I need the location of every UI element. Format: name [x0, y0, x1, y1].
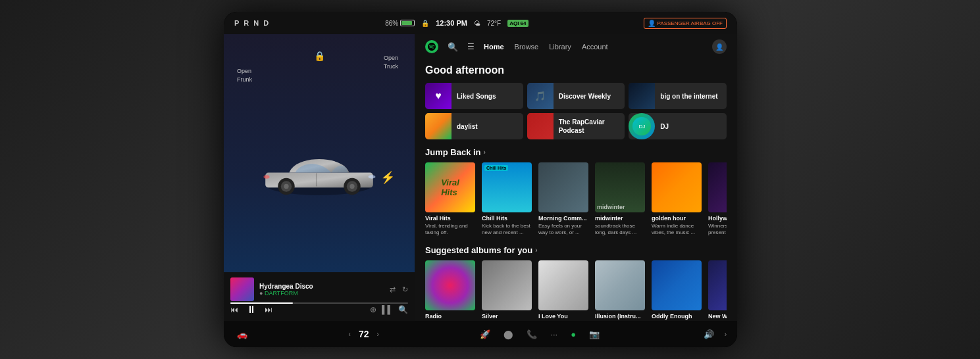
artist-label: DARTFORM — [265, 290, 298, 297]
quick-pick-daylist[interactable]: daylist — [425, 113, 523, 139]
album-art-image — [230, 277, 254, 301]
daylist-thumb — [425, 113, 451, 139]
quick-pick-rapcaviar[interactable]: The RapCaviar Podcast — [527, 113, 625, 139]
rocket-icon-btn[interactable]: 🚀 — [477, 327, 493, 342]
chill-hits-title: Chill Hits — [482, 215, 532, 223]
track-name: Hydrangea Disco — [259, 283, 384, 290]
jump-back-in-scroll[interactable]: ViralHits Viral Hits Viral, trending and… — [425, 162, 727, 239]
volume-icon-btn[interactable]: 🔊 — [701, 327, 717, 342]
album-card-golden-hour[interactable]: golden hour Warm indie dance vibes, the … — [652, 162, 702, 236]
battery-indicator: 86% — [385, 20, 415, 27]
nav-browse[interactable]: Browse — [515, 43, 539, 51]
open-frunk-text: OpenFrunk — [237, 68, 252, 83]
big-on-internet-label: big on the internet — [660, 92, 717, 101]
next-button[interactable]: ⏭ — [265, 305, 272, 314]
user-avatar[interactable]: 👤 — [712, 39, 727, 54]
quick-pick-discover-weekly[interactable]: Discover Weekly — [527, 83, 625, 109]
car-image — [253, 67, 385, 272]
daylist-label: daylist — [457, 122, 478, 131]
illusion-thumb — [595, 260, 645, 310]
car-icon-btn[interactable]: 🚗 — [234, 327, 250, 342]
spotify-taskbar-btn[interactable]: ● — [568, 327, 579, 342]
rapcaviar-thumb — [527, 113, 554, 139]
circle-icon-btn[interactable]: ⬤ — [501, 327, 516, 342]
svg-point-10 — [263, 175, 269, 178]
album-card-hollywood[interactable]: Hollywood's Bi... Winners – past and pre… — [708, 162, 727, 236]
open-truck-label[interactable]: OpenTruck — [384, 54, 398, 70]
open-frunk-label[interactable]: OpenFrunk — [237, 67, 252, 84]
repeat-icon[interactable]: ↻ — [402, 285, 408, 294]
quick-pick-dj[interactable]: DJ DJ — [629, 113, 727, 139]
golden-hour-title: golden hour — [652, 215, 702, 223]
album-card-new-world[interactable]: New World — [708, 260, 727, 321]
prev-button[interactable]: ⏮ — [230, 305, 238, 314]
album-card-morning-commute[interactable]: Morning Comm... Easy feels on your way t… — [538, 162, 588, 236]
play-pause-button[interactable]: ⏸ — [246, 304, 257, 316]
album-card-chill-hits[interactable]: Chill Hits Chill Hits Kick back to the b… — [482, 162, 532, 236]
temperature-display: 72°F — [487, 20, 501, 27]
nav-right-btn[interactable]: › — [725, 331, 727, 338]
svg-point-4 — [284, 184, 288, 189]
radio-title: Radio — [425, 313, 475, 321]
spotify-search-button[interactable]: 🔍 — [448, 42, 458, 52]
jump-back-in-header: Jump Back in › — [425, 147, 727, 157]
new-world-title: New World — [708, 313, 727, 321]
main-area: 🔒 OpenFrunk OpenTruck — [224, 34, 737, 321]
list-view-icon[interactable]: ☰ — [467, 42, 475, 51]
music-controls-right[interactable]: ⇄ ↻ — [390, 285, 408, 294]
car-interior: P R N D 86% 🔒 12:30 PM 🌤 72°F AQI 64 — [0, 0, 980, 359]
music-player: Hydrangea Disco ● DARTFORM ⇄ ↻ — [224, 272, 415, 321]
camera-icon-btn[interactable]: 📷 — [586, 327, 602, 342]
quick-pick-liked-songs[interactable]: ♥ Liked Songs — [425, 83, 523, 109]
album-card-midwinter[interactable]: midwinter midwinter soundtrack those lon… — [595, 162, 645, 236]
viral-hits-desc: Viral, trending and taking off. — [425, 223, 475, 237]
taskbar-center: ‹ 72 › — [349, 329, 379, 339]
album-card-silver[interactable]: Silver — [482, 260, 532, 321]
midwinter-thumb: midwinter — [595, 162, 645, 212]
status-center: 86% 🔒 12:30 PM 🌤 72°F AQI 64 — [385, 19, 528, 27]
open-truck-text: OpenTruck — [384, 55, 398, 70]
spotify-panel: 🔍 ☰ Home Browse Library Account 👤 — [415, 34, 737, 321]
nav-account[interactable]: Account — [582, 43, 608, 51]
charge-icon: ⚡ — [380, 170, 395, 185]
i-love-you-title: I Love You — [538, 313, 588, 321]
oddly-thumb — [652, 260, 702, 310]
silver-title: Silver — [482, 313, 532, 321]
nav-home[interactable]: Home — [484, 43, 504, 51]
extra-controls[interactable]: ⊕ ▌▌ 🔍 — [370, 305, 408, 314]
equalizer-icon[interactable]: ▌▌ — [382, 305, 393, 314]
playback-controls-row: ⏮ ⏸ ⏭ ⊕ ▌▌ 🔍 — [230, 304, 408, 316]
hollywood-thumb — [708, 162, 727, 212]
dj-inner: DJ — [632, 117, 651, 135]
search-music-icon[interactable]: 🔍 — [398, 305, 408, 314]
midwinter-text-overlay: midwinter — [597, 204, 625, 210]
taskbar-left: 🚗 — [234, 327, 250, 342]
album-card-illusion[interactable]: Illusion (Instru... — [595, 260, 645, 321]
quick-picks-grid: ♥ Liked Songs Discover Weekly big on the… — [425, 83, 727, 139]
weather-icon: 🌤 — [474, 20, 480, 27]
more-btn[interactable]: ··· — [548, 327, 560, 342]
album-card-i-love-you[interactable]: I Love You — [538, 260, 588, 321]
phone-icon-btn[interactable]: 📞 — [524, 327, 540, 342]
suggested-albums-scroll[interactable]: Radio Silver I Love You — [425, 260, 727, 321]
status-bar: P R N D 86% 🔒 12:30 PM 🌤 72°F AQI 64 — [224, 12, 737, 34]
album-card-radio[interactable]: Radio — [425, 260, 475, 321]
spotify-main-content[interactable]: Good afternoon ♥ Liked Songs Discover We… — [415, 59, 737, 321]
album-card-viral-hits[interactable]: ViralHits Viral Hits Viral, trending and… — [425, 162, 475, 236]
i-love-you-thumb — [538, 260, 588, 310]
add-to-playlist-icon[interactable]: ⊕ — [370, 305, 376, 314]
nav-library[interactable]: Library — [549, 43, 571, 51]
playback-controls[interactable]: ⏮ ⏸ ⏭ — [230, 304, 272, 316]
quick-pick-big-on-internet[interactable]: big on the internet — [629, 83, 727, 109]
midwinter-desc: soundtrack those long, dark days ... — [595, 223, 645, 237]
taskbar: 🚗 ‹ 72 › 🚀 ⬤ 📞 ··· ● 📷 — [224, 321, 737, 347]
discover-weekly-label: Discover Weekly — [559, 92, 611, 101]
status-right: 👤 PASSENGER AIRBAG OFF — [644, 18, 727, 29]
chill-tag: Chill Hits — [484, 165, 508, 171]
temp-increase-btn[interactable]: › — [376, 331, 378, 338]
album-card-oddly-enough[interactable]: Oddly Enough — [652, 260, 702, 321]
suggested-albums-header: Suggested albums for you › — [425, 245, 727, 255]
temp-decrease-btn[interactable]: ‹ — [349, 331, 351, 338]
spotify-logo[interactable] — [425, 40, 438, 53]
shuffle-icon[interactable]: ⇄ — [390, 285, 396, 294]
